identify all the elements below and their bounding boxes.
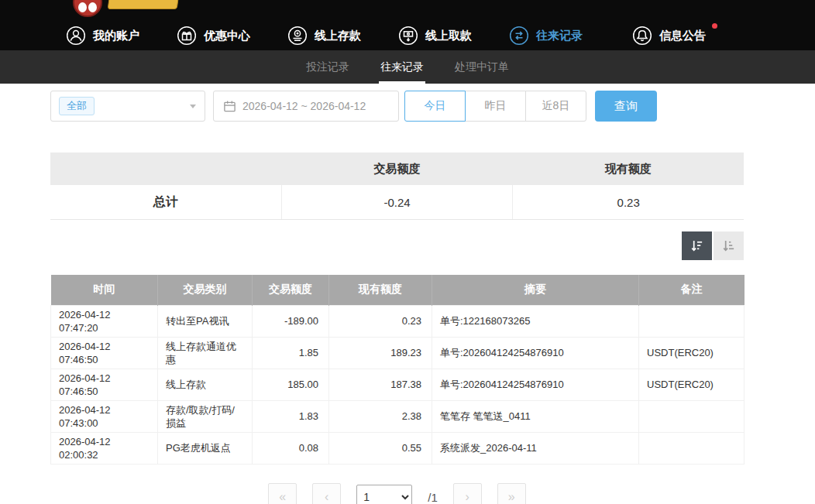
top-header: 我的账户 优惠中心 <box>0 0 815 50</box>
amount-cell: 1.85 <box>253 337 329 369</box>
table-row: 2026-04-12 07:47:20 转出至PA视讯 -189.00 0.23… <box>51 305 745 337</box>
table-row: 2026-04-12 02:00:32 PG老虎机返点 0.08 0.55 系统… <box>51 432 745 464</box>
brand-logo[interactable] <box>73 0 189 20</box>
quick-label: 今日 <box>425 99 446 113</box>
notification-dot <box>712 23 717 29</box>
page-select[interactable]: 1 <box>356 485 412 504</box>
remark-cell <box>639 400 745 432</box>
time-cell: 2026-04-12 02:00:32 <box>51 432 158 464</box>
remark-cell <box>639 432 745 464</box>
calendar-icon <box>223 100 236 113</box>
last-8-days-button[interactable]: 近8日 <box>525 91 586 122</box>
nav-item-announcements[interactable]: 信息公告 <box>632 22 706 49</box>
chevron-down-icon <box>190 105 196 108</box>
balance-cell: 0.55 <box>329 432 432 464</box>
summary-cell: 单号:202604124254876910 <box>432 337 639 369</box>
balance-cell: 187.38 <box>329 369 432 400</box>
nav-label: 线上取款 <box>425 29 472 43</box>
remark-cell <box>639 305 745 337</box>
announcement-icon <box>632 26 652 46</box>
balance-cell: 189.23 <box>329 337 432 369</box>
tab-label: 处理中订单 <box>455 60 509 74</box>
sort-ascending-icon <box>721 238 736 253</box>
transfer-records-icon <box>509 26 529 46</box>
last-page-button[interactable]: » <box>497 483 526 504</box>
records-table-head: 时间 交易类别 交易额度 现有额度 摘要 备注 <box>51 275 745 305</box>
category-cell: 线上存款通道优惠 <box>158 337 253 369</box>
amount-cell: 185.00 <box>253 369 329 400</box>
tab-label: 往来记录 <box>380 60 424 74</box>
filter-bar: 全部 2026-04-12 ~ 2026-04-12 今日 <box>50 91 744 122</box>
balance-cell: 0.23 <box>329 305 432 337</box>
category-cell: 线上存款 <box>158 369 253 400</box>
time-cell: 2026-04-12 07:46:50 <box>51 369 158 400</box>
transaction-records-page: 我的账户 优惠中心 <box>0 0 815 504</box>
summary-table: 交易额度 现有额度 总计 -0.24 0.23 <box>50 153 744 220</box>
time-cell: 2026-04-12 07:43:00 <box>51 400 158 432</box>
date-range-value: 2026-04-12 ~ 2026-04-12 <box>242 100 366 112</box>
tab-processing-orders[interactable]: 处理中订单 <box>453 50 511 84</box>
balance-cell: 2.38 <box>329 400 432 432</box>
nav-item-transfer-records[interactable]: 往来记录 <box>509 22 583 49</box>
table-row: 2026-04-12 07:46:50 线上存款通道优惠 1.85 189.23… <box>51 337 745 369</box>
summary-header-balance: 现有额度 <box>513 162 744 177</box>
header-cell-balance: 现有额度 <box>329 275 432 305</box>
tab-bet-records[interactable]: 投注记录 <box>304 50 351 84</box>
quick-label: 昨日 <box>485 99 507 113</box>
nav-item-online-withdrawal[interactable]: 线上取款 <box>398 22 472 49</box>
time-cell: 2026-04-12 07:46:50 <box>51 337 158 369</box>
gift-icon <box>177 26 197 46</box>
amount-cell: -189.00 <box>253 305 329 337</box>
prev-page-button[interactable]: ‹ <box>312 483 341 504</box>
first-page-button[interactable]: « <box>268 483 297 504</box>
total-pages-label: /1 <box>428 491 438 504</box>
sort-descending-icon <box>689 238 704 253</box>
remark-cell: USDT(ERC20) <box>639 337 745 369</box>
total-transaction-value: -0.24 <box>281 185 513 219</box>
nav-label: 我的账户 <box>93 29 139 43</box>
amount-cell: 0.08 <box>253 432 329 464</box>
next-page-button[interactable]: › <box>453 483 482 504</box>
search-button[interactable]: 查询 <box>595 91 657 122</box>
total-balance-value: 0.23 <box>512 185 744 219</box>
nav-item-my-account[interactable]: 我的账户 <box>66 22 139 49</box>
table-row: 2026-04-12 07:43:00 存款/取款/打码/损益 1.83 2.3… <box>51 400 745 432</box>
header-cell-amount: 交易额度 <box>253 275 329 305</box>
header-cell-remark: 备注 <box>639 275 745 305</box>
selected-category-chip: 全部 <box>59 97 95 115</box>
sort-descending-button[interactable] <box>682 231 712 260</box>
category-cell: 存款/取款/打码/损益 <box>158 400 253 432</box>
brand-wordmark <box>108 0 180 9</box>
user-icon <box>66 26 86 46</box>
nav-item-online-deposit[interactable]: 线上存款 <box>287 22 361 49</box>
records-table-body: 2026-04-12 07:47:20 转出至PA视讯 -189.00 0.23… <box>51 305 745 464</box>
mascot-icon <box>73 0 102 17</box>
date-range-picker[interactable]: 2026-04-12 ~ 2026-04-12 <box>213 91 399 122</box>
summary-cell: 单号:122168073265 <box>432 305 639 337</box>
header-row: 时间 交易类别 交易额度 现有额度 摘要 备注 <box>51 275 745 305</box>
category-select[interactable]: 全部 <box>50 91 205 122</box>
category-cell: 转出至PA视讯 <box>158 305 253 337</box>
summary-total-row: 总计 -0.24 0.23 <box>50 185 744 220</box>
nav-label: 信息公告 <box>659 29 706 43</box>
withdraw-icon <box>398 26 418 46</box>
nav-item-promo-center[interactable]: 优惠中心 <box>177 22 250 49</box>
summary-header-transaction: 交易额度 <box>281 162 512 177</box>
category-cell: PG老虎机返点 <box>158 432 253 464</box>
summary-header-row: 交易额度 现有额度 <box>50 153 744 185</box>
today-button[interactable]: 今日 <box>404 91 466 122</box>
summary-cell: 单号:202604124254876910 <box>432 369 639 400</box>
header-cell-time: 时间 <box>51 275 158 305</box>
yesterday-button[interactable]: 昨日 <box>465 91 526 122</box>
nav-label: 线上存款 <box>315 29 361 43</box>
header-cell-summary: 摘要 <box>432 275 639 305</box>
table-row: 2026-04-12 07:46:50 线上存款 185.00 187.38 单… <box>51 369 745 400</box>
deposit-icon <box>287 26 308 46</box>
records-table: 时间 交易类别 交易额度 现有额度 摘要 备注 2026-04-12 07:47… <box>50 275 745 465</box>
time-cell: 2026-04-12 07:47:20 <box>51 305 158 337</box>
main-content: 全部 2026-04-12 ~ 2026-04-12 今日 <box>50 91 744 504</box>
tab-transfer-records[interactable]: 往来记录 <box>379 50 425 84</box>
records-subnav: 投注记录 往来记录 处理中订单 <box>0 50 815 84</box>
sort-ascending-button[interactable] <box>714 231 744 260</box>
tab-label: 投注记录 <box>306 60 349 74</box>
